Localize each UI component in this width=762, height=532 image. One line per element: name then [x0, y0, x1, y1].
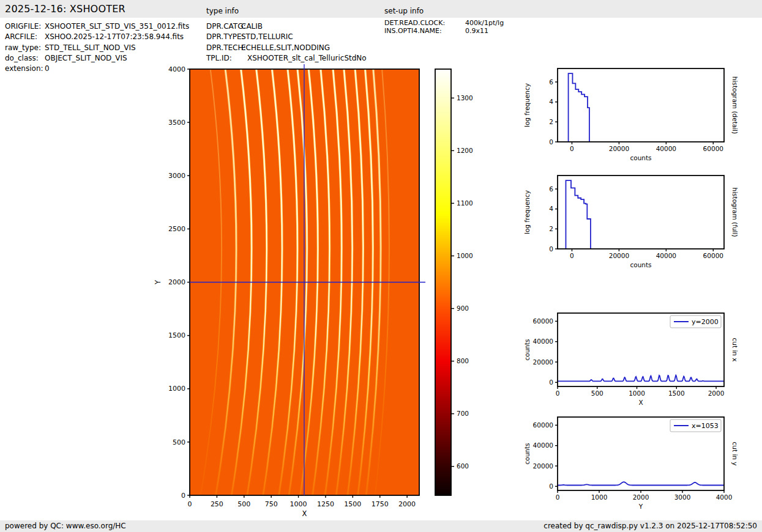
svg-text:2000: 2000 — [398, 500, 416, 508]
svg-text:900: 900 — [457, 305, 469, 312]
svg-text:20000: 20000 — [609, 145, 629, 152]
info-row-tpl-id: TPL.ID: XSHOOTER_slt_cal_TelluricStdNo — [206, 53, 367, 64]
histogram-full-plot: 02000040000600000246countslog frequencyh… — [558, 175, 724, 249]
svg-text:60000: 60000 — [703, 145, 723, 152]
svg-text:20000: 20000 — [533, 462, 553, 470]
svg-text:X: X — [302, 509, 307, 518]
info-label: DPR.TYPE: — [206, 32, 241, 42]
colorbar: 6007008009001000110012001300 — [435, 69, 451, 495]
svg-text:1300: 1300 — [457, 94, 473, 102]
info-row-dpr-tech: DPR.TECH: ECHELLE,SLIT,NODDING — [206, 43, 367, 53]
svg-text:4000: 4000 — [168, 65, 185, 73]
svg-text:2: 2 — [549, 225, 553, 232]
svg-text:500: 500 — [237, 500, 250, 508]
info-row-read-clock: DET.READ.CLOCK: 400k/1pt/lg — [384, 19, 504, 27]
svg-text:800: 800 — [457, 357, 469, 364]
info-value: OBJECT_SLIT_NOD_VIS — [45, 53, 127, 64]
info-label: TPL.ID: — [206, 53, 241, 64]
setup-info-heading: set-up info — [384, 7, 424, 15]
info-value: ECHELLE,SLIT,NODDING — [241, 43, 330, 53]
svg-text:1000: 1000 — [457, 252, 473, 259]
info-value: XSHOOTER_slt_cal_TelluricStdNo — [241, 53, 367, 64]
info-row-extension: extension: 0 — [5, 64, 189, 74]
info-value: 400k/1pt/lg — [465, 19, 504, 27]
svg-text:60000: 60000 — [533, 421, 553, 429]
svg-text:2000: 2000 — [708, 390, 725, 397]
svg-text:cut in x: cut in x — [731, 338, 739, 361]
svg-text:histogram (detail): histogram (detail) — [731, 76, 739, 134]
svg-text:40000: 40000 — [656, 252, 676, 259]
info-row-opti4-name: INS.OPTI4.NAME: 0.9x11 — [384, 27, 504, 35]
info-label: INS.OPTI4.NAME: — [384, 27, 465, 35]
svg-text:1500: 1500 — [344, 500, 361, 508]
info-row-origfile: ORIGFILE: XSHOOTER_SLT_STD_VIS_351_0012.… — [5, 21, 189, 32]
info-value: XSHOO.2025-12-17T07:23:58.944.fits — [45, 32, 184, 42]
info-value: STD,TELLURIC — [241, 32, 293, 42]
svg-text:1250: 1250 — [317, 500, 334, 508]
svg-text:2500: 2500 — [168, 225, 185, 233]
svg-text:cut in y: cut in y — [731, 441, 739, 465]
info-value: STD_TELL_SLIT_NOD_VIS — [45, 43, 136, 53]
info-label: ARCFILE: — [5, 32, 45, 42]
svg-text:40000: 40000 — [533, 338, 553, 345]
svg-text:Y: Y — [638, 503, 643, 510]
svg-text:0: 0 — [549, 138, 553, 146]
footer-powered-by: powered by QC: www.eso.org/HC — [5, 522, 126, 530]
svg-text:600: 600 — [457, 462, 469, 470]
svg-text:counts: counts — [630, 261, 651, 268]
svg-text:histogram (full): histogram (full) — [731, 188, 739, 237]
svg-text:3000: 3000 — [168, 172, 185, 180]
info-label: ORIGFILE: — [5, 21, 45, 32]
svg-text:4000: 4000 — [716, 493, 733, 501]
info-row-raw-type: raw_type: STD_TELL_SLIT_NOD_VIS — [5, 43, 189, 53]
type-info-heading: type info — [206, 7, 239, 15]
svg-text:500: 500 — [173, 438, 185, 446]
histogram-detail-plot: 02000040000600000246countslog frequencyh… — [558, 68, 724, 142]
svg-text:700: 700 — [457, 410, 469, 417]
svg-text:X: X — [638, 399, 643, 406]
svg-text:Y: Y — [154, 279, 162, 285]
svg-text:counts: counts — [523, 339, 531, 360]
info-row-dpr-catg: DPR.CATG: CALIB — [206, 21, 367, 32]
info-label: extension: — [5, 64, 45, 74]
svg-text:y=2000: y=2000 — [692, 318, 719, 326]
svg-text:1000: 1000 — [168, 385, 185, 393]
svg-text:20000: 20000 — [533, 358, 553, 366]
svg-text:1000: 1000 — [629, 390, 645, 397]
svg-text:20000: 20000 — [609, 252, 629, 259]
file-info-block: ORIGFILE: XSHOOTER_SLT_STD_VIS_351_0012.… — [5, 21, 189, 74]
info-label: DET.READ.CLOCK: — [384, 19, 465, 27]
svg-text:4: 4 — [549, 205, 553, 212]
svg-text:1100: 1100 — [457, 199, 473, 207]
svg-text:750: 750 — [265, 500, 278, 508]
svg-text:log frequency: log frequency — [523, 190, 531, 234]
info-label: raw_type: — [5, 43, 45, 53]
info-value: 0 — [45, 64, 50, 74]
info-value: CALIB — [241, 21, 263, 32]
info-value: XSHOOTER_SLT_STD_VIS_351_0012.fits — [45, 21, 189, 32]
svg-text:0: 0 — [549, 482, 553, 490]
svg-text:6: 6 — [549, 78, 553, 86]
svg-text:0: 0 — [556, 390, 560, 397]
svg-text:0: 0 — [188, 500, 192, 508]
setup-info-block: DET.READ.CLOCK: 400k/1pt/lg INS.OPTI4.NA… — [384, 19, 504, 35]
svg-text:4: 4 — [549, 98, 553, 105]
info-row-arcfile: ARCFILE: XSHOO.2025-12-17T07:23:58.944.f… — [5, 32, 189, 42]
info-row-dpr-type: DPR.TYPE: STD,TELLURIC — [206, 32, 367, 42]
svg-text:1000: 1000 — [290, 500, 307, 508]
svg-text:counts: counts — [630, 154, 651, 161]
svg-text:counts: counts — [523, 443, 531, 464]
info-row-do-class: do_class: OBJECT_SLIT_NOD_VIS — [5, 53, 189, 64]
svg-text:0: 0 — [549, 245, 553, 253]
type-info-block: DPR.CATG: CALIB DPR.TYPE: STD,TELLURIC D… — [206, 21, 367, 64]
svg-text:40000: 40000 — [656, 145, 676, 152]
svg-text:1500: 1500 — [668, 390, 685, 397]
svg-text:40000: 40000 — [533, 441, 553, 449]
svg-text:0: 0 — [556, 493, 560, 501]
svg-text:6: 6 — [549, 185, 553, 193]
svg-text:1000: 1000 — [591, 493, 608, 501]
svg-text:1500: 1500 — [168, 331, 185, 339]
svg-text:log frequency: log frequency — [523, 83, 531, 127]
cut-in-x-plot: 05001000150020000200004000060000Xcountsc… — [558, 313, 724, 386]
cut-in-y-plot: 010002000300040000200004000060000Ycounts… — [558, 417, 724, 490]
